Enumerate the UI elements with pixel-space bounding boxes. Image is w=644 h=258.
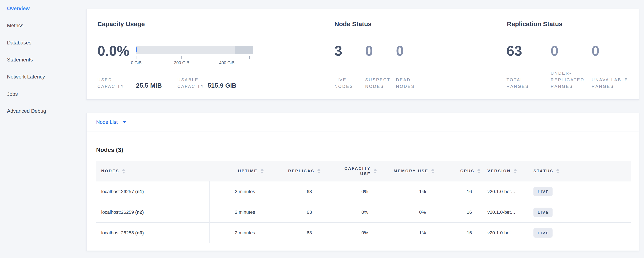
replicas-cell: 63: [260, 222, 318, 243]
sidebar-item-overview[interactable]: Overview: [7, 0, 84, 17]
capacity-gauge-reserved-segment: [235, 46, 253, 54]
under-replicated-ranges-count: 0: [551, 43, 558, 59]
column-header-uptime[interactable]: UPTIME: [210, 161, 260, 181]
status-cell: LIVE: [528, 222, 631, 243]
live-nodes-count: 3: [334, 43, 342, 59]
sort-icon: [374, 169, 377, 174]
status-badge: LIVE: [534, 228, 552, 237]
version-cell: v20.1.0-bet…: [478, 222, 528, 243]
memory-use-cell: 0%: [374, 202, 432, 222]
capacity-use-cell: 0%: [318, 202, 374, 222]
capacity-gauge: [136, 46, 253, 54]
used-capacity-label: USED CAPACITY: [98, 77, 124, 90]
nodes-section-title: Nodes (3): [96, 146, 123, 154]
uptime-cell: 2 minutes: [210, 181, 260, 202]
column-header-status[interactable]: STATUS: [528, 161, 631, 181]
sort-icon: [514, 169, 517, 174]
status-cell: LIVE: [528, 181, 631, 202]
live-nodes-label: LIVE NODES: [334, 77, 353, 90]
gauge-axis-label-0: 0 GiB: [131, 60, 142, 65]
replicas-cell: 63: [260, 202, 318, 222]
sidebar: Overview Metrics Databases Statements Ne…: [7, 0, 84, 119]
gauge-axis-label-400: 400 GiB: [219, 60, 234, 65]
gauge-tick: [136, 56, 136, 59]
under-replicated-ranges-label: UNDER- REPLICATED RANGES: [551, 70, 584, 90]
cluster-summary-card: Capacity Usage 0.0% 0 GiB 200 GiB 400 Gi…: [86, 9, 639, 100]
sort-icon: [318, 169, 320, 174]
replicas-cell: 63: [260, 181, 318, 202]
cpus-cell: 16: [432, 202, 478, 222]
column-header-capacity-use[interactable]: CAPACITYUSE: [318, 161, 374, 181]
sidebar-item-statements[interactable]: Statements: [7, 51, 84, 68]
gauge-tick: [182, 56, 182, 59]
memory-use-cell: 1%: [374, 181, 432, 202]
usable-capacity-label: USABLE CAPACITY: [178, 77, 204, 90]
node-list-dropdown[interactable]: Node List: [96, 119, 126, 125]
sort-icon: [478, 169, 480, 174]
sort-icon: [122, 169, 125, 174]
gauge-tick: [249, 56, 250, 59]
used-capacity-value: 25.5 MiB: [136, 82, 162, 89]
sidebar-item-network-latency[interactable]: Network Latency: [7, 68, 84, 85]
column-header-cpus[interactable]: CPUS: [432, 161, 478, 181]
nodes-table: NODES UPTIME REPLICAS CAPACITYUSE: [96, 161, 631, 243]
node-address-cell[interactable]: localhost:26259 (n2): [96, 202, 210, 222]
capacity-use-cell: 0%: [318, 181, 374, 202]
suspect-nodes-count: 0: [365, 43, 373, 59]
sort-icon: [556, 169, 559, 174]
table-row: localhost:26259 (n2) 2 minutes 63 0% 0% …: [96, 202, 631, 222]
cpus-cell: 16: [432, 181, 478, 202]
uptime-cell: 2 minutes: [210, 222, 260, 243]
unavailable-ranges-count: 0: [592, 43, 600, 59]
table-header-row: NODES UPTIME REPLICAS CAPACITYUSE: [96, 161, 631, 181]
column-header-memory-use[interactable]: MEMORY USE: [374, 161, 432, 181]
gauge-tick: [226, 56, 227, 59]
column-header-version[interactable]: VERSION: [478, 161, 528, 181]
gauge-tick: [159, 56, 159, 59]
unavailable-ranges-label: UNAVAILABLE RANGES: [592, 77, 628, 90]
node-address-cell[interactable]: localhost:26257 (n1): [96, 181, 210, 202]
node-list-dropdown-label: Node List: [96, 119, 118, 125]
capacity-gauge-used-marker: [136, 47, 137, 52]
cpus-cell: 16: [432, 222, 478, 243]
uptime-cell: 2 minutes: [210, 202, 260, 222]
gauge-axis-label-200: 200 GiB: [174, 60, 189, 65]
dead-nodes-label: DEAD NODES: [396, 77, 415, 90]
version-cell: v20.1.0-bet…: [478, 181, 528, 202]
sidebar-item-jobs[interactable]: Jobs: [7, 85, 84, 102]
total-ranges-label: TOTAL RANGES: [506, 77, 529, 90]
sidebar-item-metrics[interactable]: Metrics: [7, 17, 84, 34]
column-header-nodes[interactable]: NODES: [96, 161, 210, 181]
sort-icon: [432, 169, 434, 174]
sort-icon: [260, 169, 264, 174]
capacity-used-percent: 0.0%: [98, 43, 129, 59]
status-cell: LIVE: [528, 202, 631, 222]
usable-capacity-value: 515.9 GiB: [208, 82, 236, 89]
node-list-panel-header: Node List: [86, 113, 639, 132]
sidebar-item-advanced-debug[interactable]: Advanced Debug: [7, 102, 84, 119]
chevron-down-icon: [123, 121, 126, 123]
memory-use-cell: 1%: [374, 222, 432, 243]
node-status-title: Node Status: [334, 20, 372, 28]
suspect-nodes-label: SUSPECT NODES: [365, 77, 390, 90]
total-ranges-count: 63: [506, 43, 522, 59]
capacity-usage-title: Capacity Usage: [98, 20, 145, 28]
version-cell: v20.1.0-bet…: [478, 202, 528, 222]
table-row: localhost:26258 (n3) 2 minutes 63 0% 1% …: [96, 222, 631, 243]
node-address-cell[interactable]: localhost:26258 (n3): [96, 222, 210, 243]
gauge-tick: [204, 56, 204, 59]
column-header-replicas[interactable]: REPLICAS: [260, 161, 318, 181]
table-row: localhost:26257 (n1) 2 minutes 63 0% 1% …: [96, 181, 631, 202]
sidebar-item-databases[interactable]: Databases: [7, 34, 84, 51]
status-badge: LIVE: [534, 187, 552, 196]
status-badge: LIVE: [534, 208, 552, 217]
capacity-use-cell: 0%: [318, 222, 374, 243]
replication-status-title: Replication Status: [507, 20, 562, 28]
node-list-card: Node List Nodes (3) NODES UPTIME REPLICA…: [86, 113, 639, 251]
dead-nodes-count: 0: [396, 43, 404, 59]
